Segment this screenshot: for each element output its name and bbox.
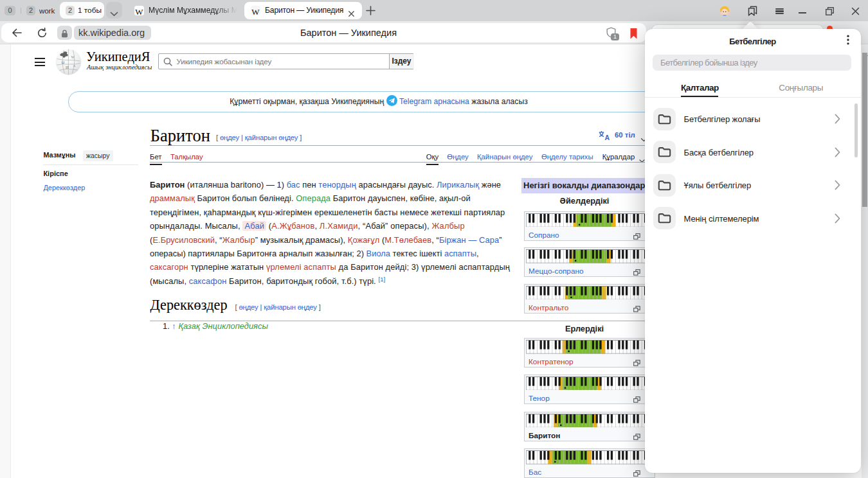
svg-text:Ω: Ω bbox=[62, 60, 65, 64]
svg-text:W: W bbox=[71, 55, 75, 59]
svg-text:A: A bbox=[605, 134, 610, 141]
svg-text:И: И bbox=[66, 65, 69, 69]
